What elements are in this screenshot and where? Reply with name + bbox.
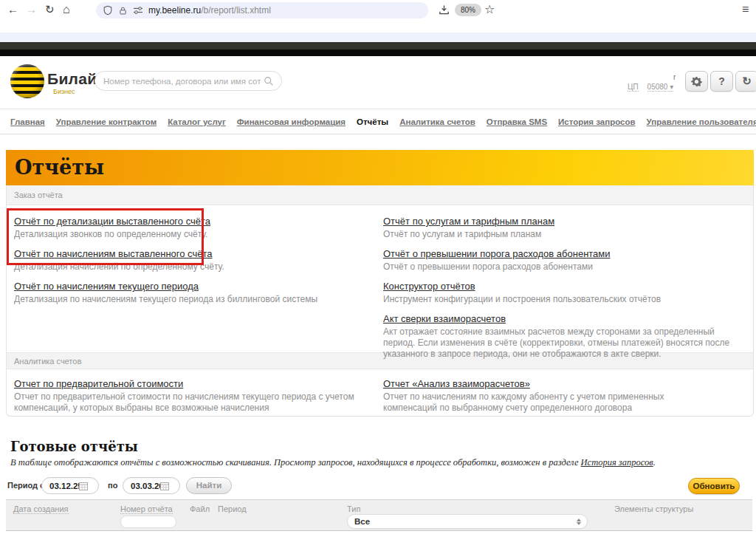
bookmarks-strip <box>0 32 756 42</box>
type-filter-select[interactable]: Все <box>347 514 588 529</box>
report-link-item: Отчёт по начислениям текущего периода Де… <box>14 279 365 305</box>
report-number-filter-input[interactable] <box>120 516 176 528</box>
calendar-icon[interactable] <box>79 482 88 490</box>
account-info: ЦП 05080 ▾ <box>628 83 673 92</box>
report-link-item: Конструктор отчётов Инструмент конфигура… <box>383 279 743 305</box>
report-desc: Инструмент конфигурации и построения пол… <box>383 294 743 305</box>
analytics-right-column: Отчет «Анализ взаиморасчетов» Отчет по н… <box>383 377 743 416</box>
lock-icon[interactable] <box>118 6 128 16</box>
date-from-input[interactable] <box>42 482 79 490</box>
report-link-item: Отчёт по начислениям выставленного счёта… <box>14 247 365 273</box>
report-link-item: Отчет по предварительной стоимости Отчет… <box>14 377 365 414</box>
section-analytics-content: Отчет по предварительной стоимости Отчет… <box>7 369 753 416</box>
order-left-column: Отчёт по детализации выставленного счёта… <box>14 214 383 352</box>
refresh-button[interactable]: Обновить <box>688 478 740 494</box>
period-label: Период с <box>7 481 44 490</box>
zoom-level-badge[interactable]: 80% <box>455 4 481 16</box>
report-link[interactable]: Отчёт по начислениям выставленного счёта <box>14 248 213 259</box>
report-link[interactable]: Отчёт по детализации выставленного счёта <box>14 216 210 227</box>
period-to-label: по <box>108 481 117 490</box>
nav-item-account-analytics[interactable]: Аналитика счетов <box>399 117 475 126</box>
address-bar[interactable]: my.beeline.ru/b/report/list.xhtml <box>96 2 428 18</box>
reports-panel: Заказ отчёта Отчёт по детализации выстав… <box>6 185 754 417</box>
section-order-content: Отчёт по детализации выставленного счёта… <box>7 205 753 352</box>
search-input[interactable] <box>95 77 264 86</box>
report-desc: Детализация звонков по определенному счё… <box>14 229 365 240</box>
report-link[interactable]: Акт сверки взаиморасчетов <box>383 313 506 324</box>
permissions-icon[interactable] <box>133 6 143 15</box>
ready-reports-note: В таблице отображаются отчёты с возможно… <box>10 457 656 468</box>
bookmark-star-icon[interactable]: ☆ <box>484 2 495 17</box>
column-header-file: Файл <box>190 504 210 513</box>
question-icon: ? <box>718 75 725 87</box>
analytics-left-column: Отчет по предварительной стоимости Отчет… <box>14 377 383 416</box>
download-icon[interactable] <box>439 4 450 16</box>
account-letter: r <box>673 73 676 81</box>
column-header-type: Тип <box>347 504 360 513</box>
column-header-period: Период <box>218 504 247 513</box>
beeline-logo-icon[interactable] <box>10 64 44 98</box>
report-link[interactable]: Отчет по предварительной стоимости <box>14 378 183 389</box>
report-desc: Отчёт по услугам и тарифным планам <box>383 229 743 240</box>
history-requests-link[interactable]: История запросов <box>581 457 653 468</box>
logout-icon: ↻ <box>742 75 752 88</box>
logout-button[interactable]: ↻ <box>735 71 756 92</box>
report-desc: Акт отражает состояние взаимных расчетов… <box>383 326 743 360</box>
nav-item-sms[interactable]: Отправка SMS <box>487 117 547 126</box>
report-desc: Отчет по предварительной стоимости по на… <box>14 391 365 414</box>
ready-reports-title: Готовые отчёты <box>10 439 138 454</box>
report-link[interactable]: Отчёт о превышении порога расходов абоне… <box>383 248 611 259</box>
report-link[interactable]: Конструктор отчётов <box>383 281 475 292</box>
column-header-structure: Элементы структуры <box>614 504 693 513</box>
search-icon[interactable] <box>264 76 281 86</box>
help-button[interactable]: ? <box>710 71 733 92</box>
date-from-field[interactable] <box>41 477 99 494</box>
page-title: Отчёты <box>6 150 754 185</box>
nav-item-reports[interactable]: Отчёты <box>357 117 388 126</box>
gear-icon <box>691 76 702 87</box>
url-text[interactable]: my.beeline.ru/b/report/list.xhtml <box>148 5 271 16</box>
type-filter-value: Все <box>348 517 577 526</box>
date-to-field[interactable] <box>123 477 180 494</box>
reload-icon[interactable]: ↻ <box>45 2 55 17</box>
beeline-logo-subtitle: Бизнес <box>53 88 75 95</box>
report-link[interactable]: Отчёт по услугам и тарифным планам <box>383 216 554 227</box>
account-code-link[interactable]: ЦП <box>628 83 639 92</box>
url-path: /b/report/list.xhtml <box>201 5 271 16</box>
find-button[interactable]: Найти <box>186 477 232 494</box>
report-desc: Детализация по начислениям текущего пери… <box>14 294 365 305</box>
report-link-item: Отчет «Анализ взаиморасчетов» Отчет по н… <box>383 377 743 414</box>
nav-item-user-management[interactable]: Управление пользователями <box>647 117 756 126</box>
report-link[interactable]: Отчет «Анализ взаиморасчетов» <box>383 378 530 389</box>
back-icon[interactable]: ← <box>7 2 18 17</box>
forward-icon[interactable]: → <box>26 2 37 17</box>
order-right-column: Отчёт по услугам и тарифным планам Отчёт… <box>383 214 743 352</box>
shield-icon[interactable] <box>103 5 113 16</box>
nav-item-request-history[interactable]: История запросов <box>558 117 635 126</box>
calendar-icon[interactable] <box>160 482 169 490</box>
report-link-item: Отчёт о превышении порога расходов абоне… <box>383 247 743 273</box>
header-search[interactable] <box>94 71 282 91</box>
column-header-number[interactable]: Номер отчёта <box>120 504 173 514</box>
report-desc: Отчет по начислениям по каждому абоненту… <box>383 391 743 414</box>
nav-item-contract-management[interactable]: Управление контрактом <box>56 117 157 126</box>
select-spinner-icon[interactable] <box>577 518 581 525</box>
report-link-item: Отчёт по услугам и тарифным планам Отчёт… <box>383 214 743 240</box>
report-link[interactable]: Отчёт по начислениям текущего периода <box>14 281 199 292</box>
report-desc: Детализация начислений по определенному … <box>14 261 365 273</box>
window-divider-band <box>0 42 756 56</box>
menu-hamburger-icon[interactable]: ≡ <box>742 2 749 17</box>
url-host: my.beeline.ru <box>148 5 201 16</box>
nav-item-financial-info[interactable]: Финансовая информация <box>237 117 346 126</box>
report-link-item: Акт сверки взаиморасчетов Акт отражает с… <box>383 312 743 360</box>
report-desc: Отчёт о превышении порога расходов абоне… <box>383 261 743 273</box>
account-number-link[interactable]: 05080 ▾ <box>647 83 674 92</box>
nav-item-home[interactable]: Главная <box>10 117 45 126</box>
browser-toolbar: ← → ↻ ⌂ my.beeline.ru/b/report/list.xhtm… <box>0 0 756 21</box>
note-period: . <box>653 457 656 468</box>
settings-button[interactable] <box>685 71 708 92</box>
date-to-input[interactable] <box>123 482 160 490</box>
column-header-date[interactable]: Дата создания <box>13 504 69 514</box>
home-icon[interactable]: ⌂ <box>63 2 70 17</box>
nav-item-service-catalog[interactable]: Каталог услуг <box>168 117 226 126</box>
